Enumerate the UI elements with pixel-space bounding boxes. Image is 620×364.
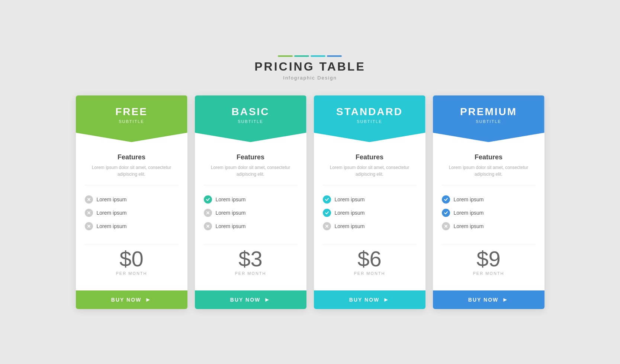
plan-name-premium: PREMIUM xyxy=(440,106,537,118)
plan-subtitle-standard: SUBTITLE xyxy=(321,119,418,124)
check-icon xyxy=(204,195,212,204)
price-period-premium: PER MONTH xyxy=(442,271,536,276)
cross-icon xyxy=(85,195,93,204)
features-title-basic: Features xyxy=(237,153,264,161)
features-desc-standard: Lorem ipsum dolor sit amet, consectetur … xyxy=(323,164,417,185)
buy-button-standard[interactable]: BUY NOW► xyxy=(314,290,425,309)
cross-icon xyxy=(204,209,212,217)
price-section-basic: $3PER MONTH xyxy=(204,244,298,276)
check-icon xyxy=(323,195,331,204)
price-period-standard: PER MONTH xyxy=(323,271,417,276)
buy-button-label: BUY NOW xyxy=(111,297,141,303)
price-amount-basic: $3 xyxy=(204,248,298,270)
feature-list-free: Lorem ipsumLorem ipsumLorem ipsum xyxy=(85,193,179,233)
card-body-standard: FeaturesLorem ipsum dolor sit amet, cons… xyxy=(314,142,425,290)
decorator-cyan xyxy=(311,55,325,57)
features-title-standard: Features xyxy=(356,153,383,161)
plan-name-standard: STANDARD xyxy=(321,106,418,118)
arrow-icon: ► xyxy=(383,296,390,303)
feature-text: Lorem ipsum xyxy=(335,223,365,229)
card-footer-basic: BUY NOW► xyxy=(195,290,306,309)
page-title: PRICING TABLE xyxy=(254,60,366,74)
list-item: Lorem ipsum xyxy=(323,193,417,206)
features-title-free: Features xyxy=(118,153,145,161)
list-item: Lorem ipsum xyxy=(442,193,536,206)
decorator-green xyxy=(278,55,293,57)
list-item: Lorem ipsum xyxy=(323,220,417,233)
decorator-blue xyxy=(327,55,342,57)
feature-text: Lorem ipsum xyxy=(335,210,365,216)
cross-icon xyxy=(85,209,93,217)
list-item: Lorem ipsum xyxy=(204,206,298,220)
feature-list-basic: Lorem ipsumLorem ipsumLorem ipsum xyxy=(204,193,298,233)
price-amount-premium: $9 xyxy=(442,248,536,270)
feature-text: Lorem ipsum xyxy=(97,223,127,229)
feature-text: Lorem ipsum xyxy=(335,196,365,202)
price-period-basic: PER MONTH xyxy=(204,271,298,276)
decorator-teal xyxy=(294,55,309,57)
price-period-free: PER MONTH xyxy=(85,271,179,276)
buy-button-label: BUY NOW xyxy=(349,297,379,303)
check-icon xyxy=(442,209,450,217)
list-item: Lorem ipsum xyxy=(85,193,179,206)
plan-subtitle-premium: SUBTITLE xyxy=(440,119,537,124)
page-subtitle: Infographic Design xyxy=(254,75,366,81)
list-item: Lorem ipsum xyxy=(85,220,179,233)
price-amount-free: $0 xyxy=(85,248,179,270)
plan-subtitle-free: SUBTITLE xyxy=(83,119,180,124)
arrow-icon: ► xyxy=(264,296,271,303)
list-item: Lorem ipsum xyxy=(442,220,536,233)
cross-icon xyxy=(323,222,331,230)
card-header-standard: STANDARD SUBTITLE xyxy=(314,95,425,142)
buy-button-label: BUY NOW xyxy=(230,297,260,303)
feature-text: Lorem ipsum xyxy=(454,210,484,216)
list-item: Lorem ipsum xyxy=(323,206,417,220)
plan-subtitle-basic: SUBTITLE xyxy=(202,119,299,124)
card-footer-premium: BUY NOW► xyxy=(433,290,544,309)
pricing-container: FREE SUBTITLE FeaturesLorem ipsum dolor … xyxy=(76,95,544,309)
buy-button-label: BUY NOW xyxy=(468,297,498,303)
price-section-standard: $6PER MONTH xyxy=(323,244,417,276)
check-icon xyxy=(323,209,331,217)
price-section-premium: $9PER MONTH xyxy=(442,244,536,276)
card-footer-free: BUY NOW► xyxy=(76,290,187,309)
feature-text: Lorem ipsum xyxy=(216,196,246,202)
cross-icon xyxy=(442,222,450,230)
price-amount-standard: $6 xyxy=(323,248,417,270)
buy-button-free[interactable]: BUY NOW► xyxy=(76,290,187,309)
list-item: Lorem ipsum xyxy=(85,206,179,220)
header-decorators xyxy=(254,55,366,57)
list-item: Lorem ipsum xyxy=(442,206,536,220)
feature-text: Lorem ipsum xyxy=(97,196,127,202)
arrow-icon: ► xyxy=(502,296,509,303)
plan-name-basic: BASIC xyxy=(202,106,299,118)
card-header-free: FREE SUBTITLE xyxy=(76,95,187,142)
pricing-card-standard: STANDARD SUBTITLE FeaturesLorem ipsum do… xyxy=(314,95,425,309)
feature-text: Lorem ipsum xyxy=(216,210,246,216)
page-header: PRICING TABLE Infographic Design xyxy=(254,55,366,81)
buy-button-premium[interactable]: BUY NOW► xyxy=(433,290,544,309)
feature-list-standard: Lorem ipsumLorem ipsumLorem ipsum xyxy=(323,193,417,233)
features-title-premium: Features xyxy=(475,153,502,161)
pricing-card-basic: BASIC SUBTITLE FeaturesLorem ipsum dolor… xyxy=(195,95,306,309)
feature-text: Lorem ipsum xyxy=(454,223,484,229)
arrow-icon: ► xyxy=(145,296,152,303)
features-desc-premium: Lorem ipsum dolor sit amet, consectetur … xyxy=(442,164,536,185)
feature-text: Lorem ipsum xyxy=(454,196,484,202)
features-desc-basic: Lorem ipsum dolor sit amet, consectetur … xyxy=(204,164,298,185)
card-body-basic: FeaturesLorem ipsum dolor sit amet, cons… xyxy=(195,142,306,290)
pricing-card-premium: PREMIUM SUBTITLE FeaturesLorem ipsum dol… xyxy=(433,95,544,309)
feature-text: Lorem ipsum xyxy=(97,210,127,216)
list-item: Lorem ipsum xyxy=(204,193,298,206)
price-section-free: $0PER MONTH xyxy=(85,244,179,276)
card-body-free: FeaturesLorem ipsum dolor sit amet, cons… xyxy=(76,142,187,290)
buy-button-basic[interactable]: BUY NOW► xyxy=(195,290,306,309)
check-icon xyxy=(442,195,450,204)
feature-list-premium: Lorem ipsumLorem ipsumLorem ipsum xyxy=(442,193,536,233)
cross-icon xyxy=(85,222,93,230)
card-header-premium: PREMIUM SUBTITLE xyxy=(433,95,544,142)
feature-text: Lorem ipsum xyxy=(216,223,246,229)
card-header-basic: BASIC SUBTITLE xyxy=(195,95,306,142)
pricing-card-free: FREE SUBTITLE FeaturesLorem ipsum dolor … xyxy=(76,95,187,309)
cross-icon xyxy=(204,222,212,230)
